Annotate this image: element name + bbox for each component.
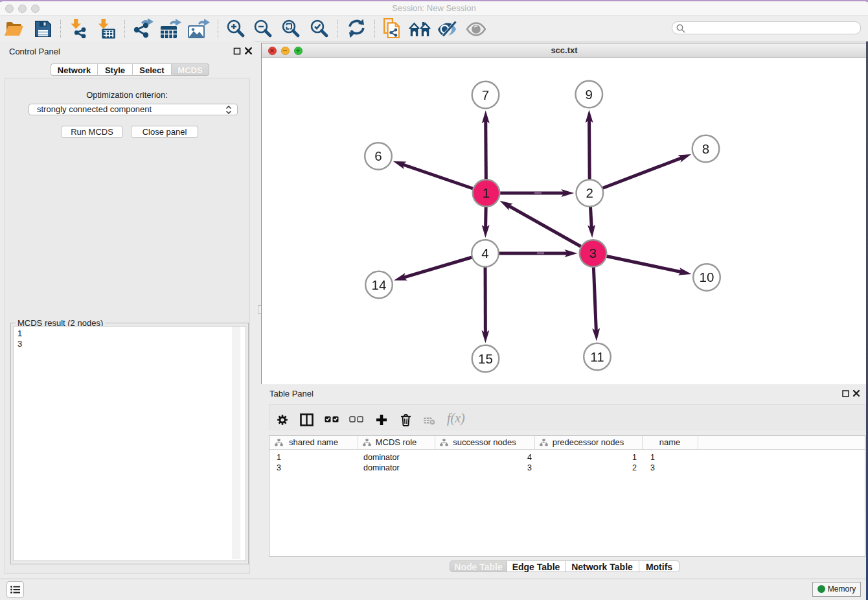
svg-text:4: 4 (481, 246, 488, 260)
svg-text:2: 2 (586, 185, 593, 200)
svg-text:6: 6 (374, 148, 382, 163)
svg-text:14: 14 (372, 277, 387, 292)
svg-text:1: 1 (483, 185, 490, 200)
svg-text:9: 9 (586, 87, 593, 102)
svg-text:7: 7 (482, 87, 489, 102)
svg-text:8: 8 (702, 141, 709, 156)
svg-text:15: 15 (478, 351, 493, 366)
svg-text:11: 11 (590, 349, 604, 364)
svg-text:3: 3 (589, 246, 597, 260)
svg-text:10: 10 (700, 270, 714, 284)
